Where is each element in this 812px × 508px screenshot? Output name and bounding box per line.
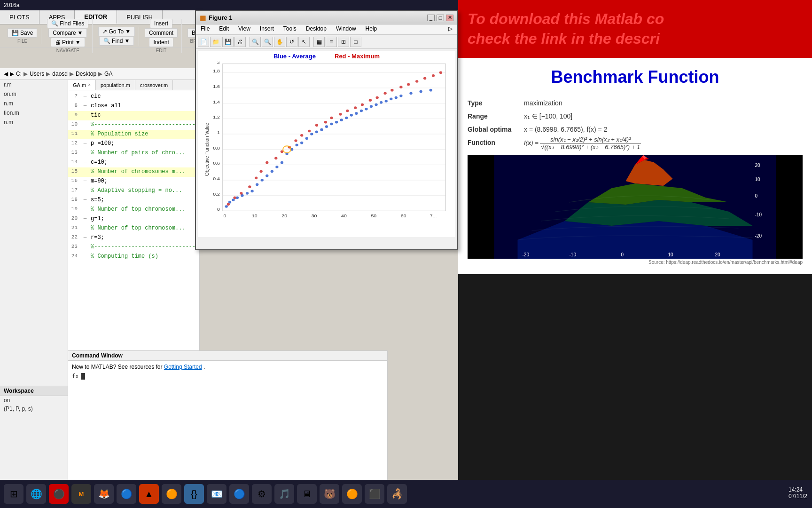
breadcrumb-arrow[interactable]: ◀ xyxy=(4,71,8,77)
taskbar-firefox[interactable]: 🦊 xyxy=(94,484,114,504)
tab-plots[interactable]: PLOTS xyxy=(0,10,39,24)
svg-point-42 xyxy=(271,170,273,173)
sidebar-item-on[interactable]: on.m xyxy=(0,89,68,99)
prompt-cursor[interactable] xyxy=(81,373,85,380)
svg-point-58 xyxy=(350,114,353,117)
pan-button[interactable]: ✋ xyxy=(274,37,285,47)
menu-view[interactable]: View xyxy=(234,24,255,34)
taskbar-email[interactable]: 📧 xyxy=(207,484,226,504)
print-icon: 🖨 xyxy=(55,39,61,46)
menu-edit[interactable]: Edit xyxy=(214,24,234,34)
promo-header: To download this Matlab co check the lin… xyxy=(458,0,812,58)
rotate-button[interactable]: ↺ xyxy=(286,37,297,47)
breadcrumb-item[interactable]: C: xyxy=(16,71,22,77)
taskbar-monitor[interactable]: 🖥 xyxy=(297,484,317,504)
taskbar-music[interactable]: 🎵 xyxy=(274,484,294,504)
taskbar-orange2[interactable]: 🟠 xyxy=(342,484,362,504)
insert-button[interactable]: Insert xyxy=(150,19,172,28)
breadcrumb-item[interactable]: daosd xyxy=(52,71,68,77)
svg-point-79 xyxy=(274,157,277,160)
svg-point-53 xyxy=(325,125,328,128)
svg-point-47 xyxy=(295,144,298,147)
legend-button[interactable]: ≡ xyxy=(326,37,337,47)
menu-insert[interactable]: Insert xyxy=(255,24,279,34)
taskbar-matlab2[interactable]: ▲ xyxy=(139,484,159,504)
editor-tab-ga[interactable]: GA.m × xyxy=(68,80,96,90)
new-fig-button[interactable]: 📄 xyxy=(198,37,209,47)
svg-point-90 xyxy=(354,106,357,109)
svg-point-98 xyxy=(415,80,418,83)
taskbar-blue[interactable]: 🔵 xyxy=(117,484,136,504)
taskbar-orange[interactable]: 🟠 xyxy=(162,484,181,504)
taskbar-brackets[interactable]: {} xyxy=(184,484,204,504)
getting-started-link[interactable]: Getting Started xyxy=(164,364,202,370)
svg-point-39 xyxy=(256,183,258,186)
svg-point-89 xyxy=(346,110,349,112)
indent-button[interactable]: Indent xyxy=(149,38,173,47)
grid-button[interactable]: ⊞ xyxy=(338,37,349,47)
svg-point-100 xyxy=(432,74,435,77)
find-icon: 🔍 xyxy=(103,38,110,44)
svg-point-71 xyxy=(429,89,432,92)
taskbar-circle[interactable]: ⚫ xyxy=(49,484,69,504)
code-line-16: 16 — m=90; xyxy=(68,177,199,186)
taskbar-blue2[interactable]: 🔵 xyxy=(229,484,249,504)
sidebar-item-tion[interactable]: tion.m xyxy=(0,108,68,118)
code-editor[interactable]: 7 — clc 8 — close all 9 — tic 10 %------… xyxy=(68,90,199,263)
breadcrumb-item[interactable]: GA xyxy=(104,71,112,77)
optima-value: x = (8.6998, 6.7665), f(x) = 2 xyxy=(524,123,803,136)
breadcrumb-item[interactable]: Desktop xyxy=(76,71,96,77)
menu-expand[interactable]: ▷ xyxy=(444,24,457,34)
save-button[interactable]: 💾 Save xyxy=(8,28,37,38)
menu-tools[interactable]: Tools xyxy=(279,24,301,34)
svg-point-67 xyxy=(395,96,398,99)
svg-point-86 xyxy=(324,121,327,124)
menu-desktop[interactable]: Desktop xyxy=(301,24,331,34)
svg-point-61 xyxy=(365,108,367,111)
sidebar-item-nm[interactable]: n.m xyxy=(0,118,68,127)
compare-button[interactable]: Compare ▼ xyxy=(48,28,87,38)
zoom-out-button[interactable]: 🔍 xyxy=(262,37,273,47)
start-button[interactable]: ⊞ xyxy=(4,484,23,504)
breadcrumb-arrow-right[interactable]: ▶ xyxy=(10,71,14,77)
figure-title-bar: ▦ Figure 1 _ □ ✕ xyxy=(196,11,457,24)
print-fig-button[interactable]: 🖨 xyxy=(234,37,246,47)
svg-point-101 xyxy=(439,71,442,74)
taskbar-chrome[interactable]: 🌐 xyxy=(26,484,46,504)
breadcrumb-item[interactable]: Users xyxy=(30,71,44,77)
print-button[interactable]: 🖨 Print ▼ xyxy=(51,38,85,47)
find-files-button[interactable]: 🔍 Find Files xyxy=(47,19,88,28)
maximize-button[interactable]: □ xyxy=(437,15,444,21)
minimize-button[interactable]: _ xyxy=(427,15,435,21)
taskbar-bear[interactable]: 🐻 xyxy=(320,484,339,504)
comment-button[interactable]: Comment xyxy=(145,28,178,38)
menu-file[interactable]: File xyxy=(196,24,214,34)
select-button[interactable]: ↖ xyxy=(298,37,310,47)
taskbar-matlab[interactable]: M xyxy=(71,484,91,504)
zoom-in-button[interactable]: 🔍 xyxy=(250,37,261,47)
svg-text:0.8: 0.8 xyxy=(213,145,220,150)
promo-area: To download this Matlab co check the lin… xyxy=(458,0,812,508)
taskbar-gear[interactable]: ⚙ xyxy=(252,484,272,504)
scatter-chart: Objective Function Value 0 0.2 0.4 0.6 0… xyxy=(203,62,451,220)
svg-text:10: 10 xyxy=(755,177,761,182)
edit-section: Insert Comment Indent EDIT xyxy=(141,19,182,53)
find-button[interactable]: 🔍 Find ▼ xyxy=(99,36,134,46)
taskbar-black[interactable]: ⬛ xyxy=(365,484,384,504)
open-button[interactable]: 📁 xyxy=(210,37,221,47)
code-line-12: 12 — p =100; xyxy=(68,139,199,149)
sidebar-item-n[interactable]: n.m xyxy=(0,99,68,108)
axes-button[interactable]: □ xyxy=(350,37,361,47)
menu-help[interactable]: Help xyxy=(361,24,382,34)
close-button[interactable]: ✕ xyxy=(446,15,453,21)
save-fig-button[interactable]: 💾 xyxy=(222,37,234,47)
svg-point-41 xyxy=(265,175,268,177)
close-icon[interactable]: × xyxy=(88,82,91,87)
sidebar-item-r[interactable]: r.m xyxy=(0,80,68,89)
colorbar-button[interactable]: ▦ xyxy=(313,37,325,47)
taskbar-scorpion[interactable]: 🦂 xyxy=(387,484,407,504)
editor-tab-crossover[interactable]: crossover.m xyxy=(135,80,173,90)
editor-tab-population[interactable]: population.m xyxy=(96,80,135,90)
menu-window[interactable]: Window xyxy=(331,24,361,34)
goto-button[interactable]: ↗ Go To ▼ xyxy=(98,27,135,36)
